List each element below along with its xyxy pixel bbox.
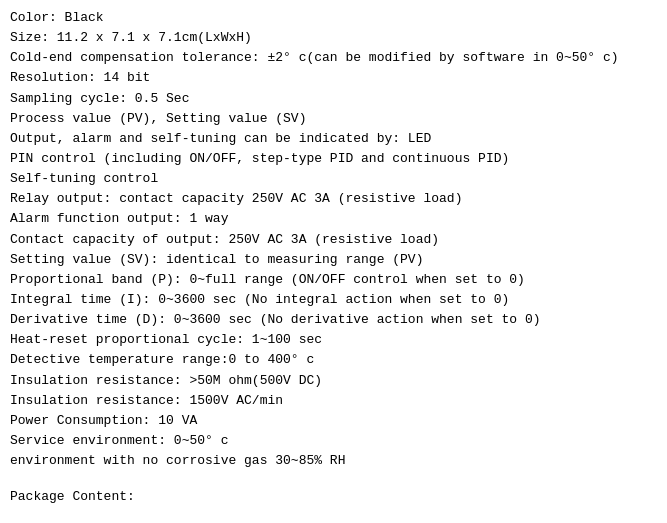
spec-line: Resolution: 14 bit xyxy=(10,68,657,88)
spec-line: Alarm function output: 1 way xyxy=(10,209,657,229)
spec-line: Setting value (SV): identical to measuri… xyxy=(10,250,657,270)
spec-line: Power Consumption: 10 VA xyxy=(10,411,657,431)
spec-line: Color: Black xyxy=(10,8,657,28)
spec-line: Integral time (I): 0~3600 sec (No integr… xyxy=(10,290,657,310)
spec-line: Insulation resistance: 1500V AC/min xyxy=(10,391,657,411)
spec-line: Output, alarm and self-tuning can be ind… xyxy=(10,129,657,149)
spec-line: Derivative time (D): 0~3600 sec (No deri… xyxy=(10,310,657,330)
spec-line: Process value (PV), Setting value (SV) xyxy=(10,109,657,129)
spec-line: Cold-end compensation tolerance: ±2° c(c… xyxy=(10,48,657,68)
spacer-2 xyxy=(10,508,657,523)
spec-line: Insulation resistance: >50M ohm(500V DC) xyxy=(10,371,657,391)
spec-line: Relay output: contact capacity 250V AC 3… xyxy=(10,189,657,209)
spec-line: Self-tuning control xyxy=(10,169,657,189)
spec-line: Size: 11.2 x 7.1 x 7.1cm(LxWxH) xyxy=(10,28,657,48)
spec-line: Detective temperature range:0 to 400° c xyxy=(10,350,657,370)
package-title: Package Content: xyxy=(10,489,657,504)
spec-line: Proportional band (P): 0~full range (ON/… xyxy=(10,270,657,290)
spec-line: Contact capacity of output: 250V AC 3A (… xyxy=(10,230,657,250)
spec-line: Service environment: 0~50° c xyxy=(10,431,657,451)
spec-line: PIN control (including ON/OFF, step-type… xyxy=(10,149,657,169)
spec-line: Sampling cycle: 0.5 Sec xyxy=(10,89,657,109)
spec-line: environment with no corrosive gas 30~85%… xyxy=(10,451,657,471)
spacer-1 xyxy=(10,471,657,489)
package-section: Package Content: 1 x Digital Temperature… xyxy=(10,489,657,523)
spec-line: Heat-reset proportional cycle: 1~100 sec xyxy=(10,330,657,350)
specs-block: Color: BlackSize: 11.2 x 7.1 x 7.1cm(LxW… xyxy=(10,8,657,471)
